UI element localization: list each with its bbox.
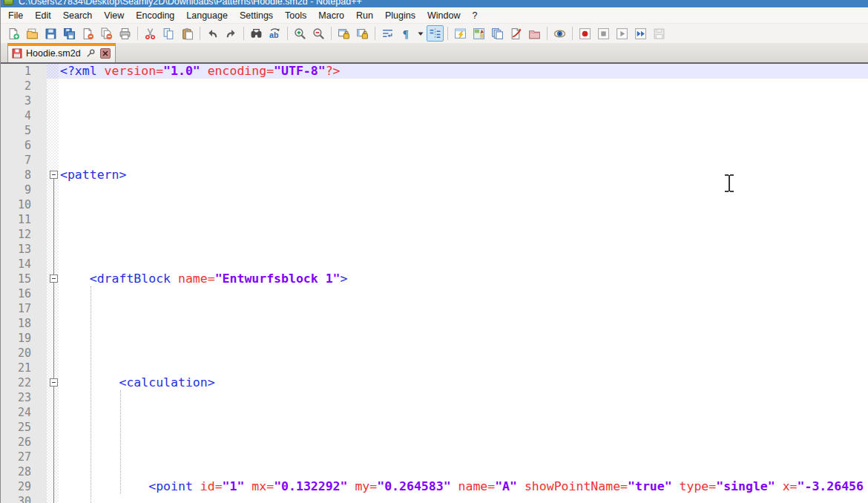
print-button[interactable] [116,25,134,42]
code-line-30[interactable]: 30 [1,494,868,503]
menu-run[interactable]: Run [350,9,379,22]
code-text[interactable]: <pattern> [59,168,868,183]
pin-icon[interactable] [86,48,96,58]
redo-button[interactable] [223,25,240,42]
close-all-button[interactable] [98,25,115,42]
replace-button[interactable]: ab [266,25,283,42]
menu-view[interactable]: View [98,9,130,22]
cut-button[interactable] [142,25,159,42]
show-indent-guide-button[interactable] [427,25,444,42]
code-line-5[interactable]: 5 [1,123,868,138]
code-line-17[interactable]: 17 [1,301,868,316]
code-line-26[interactable]: 26 [1,435,868,450]
code-text[interactable]: <?xml version="1.0" encoding="UTF-8"?> [59,64,868,79]
code-text[interactable] [59,361,868,375]
code-text[interactable] [59,183,868,197]
code-line-10[interactable]: 10 [1,197,868,212]
close-file-button[interactable] [79,25,96,42]
code-text[interactable] [59,197,868,212]
function-list-button[interactable] [507,25,525,42]
find-button[interactable] [248,25,265,42]
tab-close-icon[interactable] [100,48,111,59]
fold-collapse-marker[interactable] [50,378,58,387]
menu-encoding[interactable]: Encoding [130,9,180,22]
code-text[interactable] [59,108,868,123]
document-map-button[interactable] [470,25,487,42]
menu-edit[interactable]: Edit [29,9,57,22]
code-line-4[interactable]: 4 [1,108,868,123]
code-line-7[interactable]: 7 [1,153,868,168]
sync-horizontal-scrolling-button[interactable] [354,25,371,42]
code-line-16[interactable]: 16 [1,286,868,301]
code-text[interactable] [59,257,868,272]
code-text[interactable] [59,450,868,464]
code-text[interactable] [59,286,868,301]
show-all-characters-button[interactable]: ¶ [398,25,415,42]
menu-settings[interactable]: Settings [234,9,279,22]
folder-as-workspace-button[interactable] [526,25,543,42]
start-recording-macro-button[interactable] [576,25,594,42]
code-text[interactable] [59,420,868,435]
code-line-15[interactable]: 15 <draftBlock name="Entwurfsblock 1"> [1,272,868,286]
code-line-6[interactable]: 6 [1,138,868,153]
zoom-in-button[interactable] [292,25,309,42]
code-line-2[interactable]: 2 [1,79,868,93]
fold-collapse-marker[interactable] [50,274,58,283]
code-text[interactable] [59,346,868,361]
code-text[interactable]: <point id="1" mx="0.132292" my="0.264583… [59,479,868,494]
paste-button[interactable] [179,25,196,42]
code-line-24[interactable]: 24 [1,405,868,420]
code-line-27[interactable]: 27 [1,450,868,464]
code-line-29[interactable]: 29 <point id="1" mx="0.132292" my="0.264… [1,479,868,494]
tab-hoodie-sm2d[interactable]: Hoodie.sm2d [7,43,116,62]
code-line-12[interactable]: 12 [1,227,868,242]
menu-search[interactable]: Search [57,9,99,22]
code-text[interactable] [59,316,868,331]
code-line-20[interactable]: 20 [1,346,868,361]
code-text[interactable]: <draftBlock name="Entwurfsblock 1"> [59,272,868,286]
code-line-25[interactable]: 25 [1,420,868,435]
code-text[interactable] [59,138,868,153]
code-text[interactable]: <calculation> [59,375,868,390]
code-text[interactable] [59,212,868,227]
menu-file[interactable]: File [2,9,29,22]
code-text[interactable] [59,390,868,405]
code-line-3[interactable]: 3 [1,93,868,108]
playback-macro-button[interactable] [614,25,631,42]
code-text[interactable] [59,153,868,168]
code-text[interactable] [59,301,868,316]
save-file-button[interactable] [42,25,59,42]
undo-button[interactable] [204,25,221,42]
code-text[interactable] [59,93,868,108]
show-all-characters-dropdown-button[interactable] [416,25,425,42]
stop-recording-macro-button[interactable] [595,25,612,42]
zoom-out-button[interactable] [310,25,327,42]
code-text[interactable] [59,331,868,346]
code-line-8[interactable]: 8<pattern> [1,168,868,183]
code-text[interactable] [59,242,868,257]
code-text[interactable] [59,123,868,138]
menu-plugins[interactable]: Plugins [379,9,421,22]
editor[interactable]: 1<?xml version="1.0" encoding="UTF-8"?>2… [1,62,868,503]
code-line-11[interactable]: 11 [1,212,868,227]
run-macro-multiple-times-button[interactable] [632,25,649,42]
code-line-18[interactable]: 18 [1,316,868,331]
code-line-19[interactable]: 19 [1,331,868,346]
code-line-23[interactable]: 23 [1,390,868,405]
file-monitoring-button[interactable] [551,25,568,42]
code-line-21[interactable]: 21 [1,361,868,375]
code-line-22[interactable]: 22 <calculation> [1,375,868,390]
menu-tools[interactable]: Tools [279,9,312,22]
fold-collapse-marker[interactable] [50,171,58,179]
code-text[interactable] [59,79,868,93]
code-line-14[interactable]: 14 [1,257,868,272]
open-file-button[interactable] [24,25,41,42]
menu-language[interactable]: Language [180,9,234,22]
menu-help[interactable]: ? [466,9,483,22]
code-line-1[interactable]: 1<?xml version="1.0" encoding="UTF-8"?> [1,64,868,79]
code-text[interactable] [59,227,868,242]
sync-vertical-scrolling-button[interactable] [335,25,352,42]
document-list-button[interactable] [489,25,506,42]
code-text[interactable] [59,494,868,503]
code-line-13[interactable]: 13 [1,242,868,257]
